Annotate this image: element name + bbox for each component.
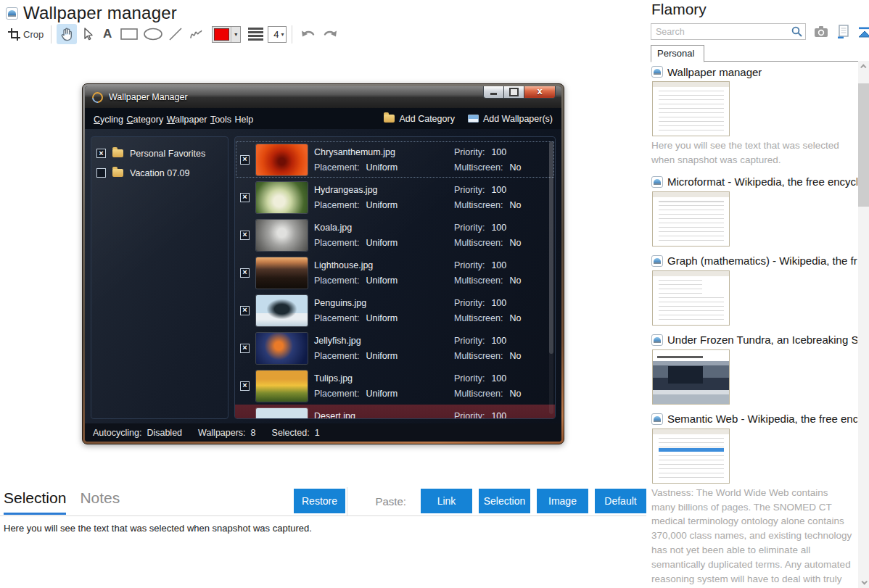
- image-icon: [468, 115, 479, 123]
- priority-value: 100: [491, 336, 506, 346]
- history-item-icon: [651, 413, 663, 425]
- redo-button[interactable]: [319, 24, 341, 44]
- flamory-dock-icon: [857, 25, 869, 38]
- paste-option-button[interactable]: Selection: [479, 489, 530, 513]
- snapshot-header: Wallpaper manager: [6, 3, 177, 23]
- tab-selection[interactable]: Selection: [4, 489, 66, 515]
- scrollbar-thumb[interactable]: [858, 83, 869, 207]
- folder-icon: [112, 169, 123, 177]
- rectangle-icon: [120, 27, 139, 41]
- wallpaper-row: Jellyfish.jpg Placement:Uniform Priority…: [235, 329, 555, 367]
- priority-label: Priority:: [454, 223, 485, 233]
- wallpaper-thumbnail: [256, 370, 308, 402]
- scroll-up-arrow[interactable]: [858, 61, 869, 73]
- paste-option-button[interactable]: Default: [595, 489, 646, 513]
- placement-value: Uniform: [366, 200, 398, 210]
- line-width-value: 4: [273, 29, 279, 40]
- color-picker-button[interactable]: [212, 26, 241, 43]
- status-label: Autocycling:: [93, 428, 141, 438]
- status-value: Disabled: [147, 428, 182, 438]
- wallpaper-thumbnail: [256, 408, 308, 420]
- history-item-thumbnail[interactable]: [652, 191, 730, 247]
- wallpaper-checkbox: [240, 268, 250, 278]
- history-item[interactable]: Wallpaper manager Here you will see the …: [651, 64, 857, 167]
- history-item[interactable]: Microformat - Wikipedia, the free encycl…: [651, 174, 857, 247]
- color-dropdown-caret[interactable]: [231, 27, 240, 42]
- priority-label: Priority:: [454, 260, 485, 270]
- line-width-dropdown[interactable]: 4: [268, 26, 287, 43]
- add-category-action: Add Category: [384, 114, 454, 124]
- sidebar-scrollbar[interactable]: [858, 61, 869, 588]
- wallpaper-row: Desert.jpg Placement: Priority:100 Multi…: [235, 405, 555, 419]
- crop-button[interactable]: Crop: [6, 24, 46, 44]
- history-item-thumbnail[interactable]: [652, 270, 730, 326]
- category-tree-item: Vacation 07.09: [96, 163, 223, 183]
- capture-snapshot-button[interactable]: [814, 24, 828, 40]
- priority-value: 100: [491, 260, 506, 270]
- multiscreen-value: No: [509, 238, 521, 248]
- wallpaper-name: Hydrangeas.jpg: [314, 185, 398, 195]
- wallpaper-row: Koala.jpg Placement:Uniform Priority:100…: [235, 216, 555, 254]
- snapshot-view[interactable]: Wallpaper Manager Cycling Category Wallp…: [82, 83, 564, 444]
- page-snapshot-button[interactable]: [836, 24, 849, 40]
- wallpaper-checkbox: [240, 155, 250, 165]
- search-input[interactable]: [651, 23, 806, 40]
- scroll-down-arrow[interactable]: [858, 576, 869, 588]
- select-tool-button[interactable]: [77, 24, 97, 44]
- crop-icon: [8, 28, 20, 40]
- placement-value: Uniform: [366, 313, 398, 323]
- history-item-title[interactable]: Microformat - Wikipedia, the free encycl…: [667, 175, 857, 188]
- placement-label: Placement:: [314, 276, 360, 286]
- priority-value: 100: [491, 373, 506, 384]
- hand-icon: [59, 26, 75, 42]
- wallpaper-checkbox: [240, 306, 250, 315]
- captured-menubar: Cycling Category Wallpaper Tools Help Ad…: [85, 108, 561, 129]
- rectangle-tool-button[interactable]: [118, 24, 141, 44]
- multiscreen-label: Multiscreen:: [454, 238, 503, 248]
- history-item-thumbnail[interactable]: [652, 81, 730, 136]
- restore-button[interactable]: Restore: [294, 489, 345, 513]
- history-item-title[interactable]: Semantic Web - Wikipedia, the free encyc…: [667, 413, 857, 425]
- paste-option-button[interactable]: Link: [421, 489, 472, 513]
- history-item-thumbnail[interactable]: [652, 428, 730, 484]
- priority-label: Priority:: [454, 373, 485, 384]
- ellipse-tool-button[interactable]: [141, 24, 165, 44]
- wallpaper-name: Lighthouse.jpg: [314, 260, 398, 270]
- freehand-tool-button[interactable]: [186, 24, 206, 44]
- history-item-title[interactable]: Graph (mathematics) - Wikipedia, the fre…: [667, 254, 857, 267]
- folder-icon: [112, 149, 123, 157]
- history-item-thumbnail[interactable]: [652, 349, 730, 405]
- wallpaper-name: Chrysanthemum.jpg: [314, 147, 398, 157]
- paste-option-button[interactable]: Image: [537, 489, 588, 513]
- crop-label: Crop: [23, 29, 44, 40]
- search-icon[interactable]: [791, 25, 803, 38]
- wallpaper-name: Jellyfish.jpg: [314, 336, 398, 346]
- line-tool-button[interactable]: [165, 24, 186, 44]
- history-item[interactable]: Under Frozen Tundra, an Icebreaking Ship…: [651, 332, 857, 405]
- status-value: 8: [251, 428, 256, 438]
- priority-value: 100: [491, 147, 506, 157]
- history-item-snippet: Vastness: The World Wide Web contains ma…: [651, 486, 857, 588]
- undo-button[interactable]: [297, 24, 319, 44]
- category-name: Personal Favorites: [130, 149, 205, 159]
- maximize-button: [504, 86, 524, 99]
- placement-value: Uniform: [366, 389, 398, 399]
- history-item-title[interactable]: Wallpaper manager: [667, 66, 762, 78]
- history-item[interactable]: Graph (mathematics) - Wikipedia, the fre…: [651, 253, 857, 326]
- priority-label: Priority:: [454, 147, 485, 157]
- tab-personal[interactable]: Personal: [651, 45, 704, 62]
- text-tool-button[interactable]: A: [97, 24, 118, 44]
- wallpaper-row: Hydrangeas.jpg Placement:Uniform Priorit…: [235, 178, 555, 216]
- category-tree-panel: Personal Favorites Vacation 07.09: [91, 136, 228, 419]
- wallpaper-checkbox: [240, 193, 250, 202]
- pan-tool-button[interactable]: [57, 24, 77, 44]
- annotation-toolbar: Crop A: [6, 23, 341, 45]
- menu-item: Category: [126, 115, 163, 125]
- dock-panel-button[interactable]: [857, 24, 869, 40]
- add-category-label: Add Category: [399, 114, 454, 124]
- history-item-title[interactable]: Under Frozen Tundra, an Icebreaking Ship…: [667, 334, 857, 346]
- selection-text: Here you will see the text that was sele…: [0, 516, 646, 534]
- history-item[interactable]: Semantic Web - Wikipedia, the free encyc…: [651, 411, 857, 588]
- tab-notes[interactable]: Notes: [80, 489, 120, 513]
- line-thickness-icon[interactable]: [248, 28, 263, 41]
